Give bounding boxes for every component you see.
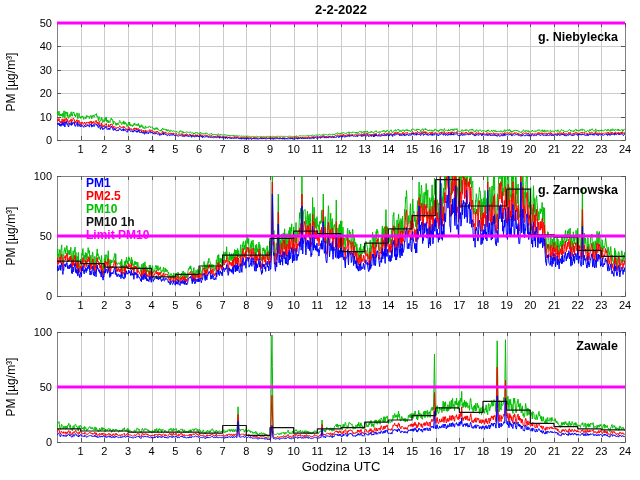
y-tick-label: 50 <box>0 230 52 243</box>
x-tick-label: 13 <box>359 445 371 457</box>
y-tick-label: 0 <box>0 436 52 449</box>
x-tick-label: 7 <box>220 143 226 155</box>
x-tick-label: 17 <box>453 445 465 457</box>
x-tick-label: 14 <box>382 445 394 457</box>
x-tick-label: 2 <box>101 445 107 457</box>
x-tick-label: 15 <box>406 299 418 311</box>
x-tick-label: 4 <box>149 445 155 457</box>
x-tick-label: 14 <box>382 143 394 155</box>
x-tick-label: 1 <box>78 143 84 155</box>
y-tick-label: 100 <box>0 326 52 339</box>
x-tick-label: 22 <box>572 445 584 457</box>
x-tick-label: 13 <box>359 299 371 311</box>
x-tick-label: 12 <box>335 445 347 457</box>
x-tick-label: 13 <box>359 143 371 155</box>
x-tick-label: 22 <box>572 143 584 155</box>
x-tick-label: 18 <box>477 299 489 311</box>
x-tick-label: 17 <box>453 143 465 155</box>
y-tick-label: 40 <box>0 40 52 53</box>
x-tick-label: 14 <box>382 299 394 311</box>
x-tick-label: 12 <box>335 299 347 311</box>
x-tick-label: 23 <box>595 299 607 311</box>
x-tick-label: 21 <box>548 143 560 155</box>
x-tick-label: 6 <box>196 143 202 155</box>
x-tick-label: 6 <box>196 299 202 311</box>
x-tick-label: 18 <box>477 445 489 457</box>
x-tick-label: 20 <box>524 299 536 311</box>
x-tick-label: 12 <box>335 143 347 155</box>
x-tick-label: 10 <box>288 445 300 457</box>
x-tick-label: 16 <box>430 299 442 311</box>
x-tick-label: 2 <box>101 143 107 155</box>
x-tick-label: 19 <box>501 299 513 311</box>
x-tick-label: 24 <box>619 299 631 311</box>
x-tick-label: 20 <box>524 143 536 155</box>
x-tick-label: 15 <box>406 445 418 457</box>
x-tick-label: 19 <box>501 445 513 457</box>
x-tick-label: 9 <box>267 299 273 311</box>
x-axis-label: Godzina UTC <box>57 459 625 474</box>
y-tick-label: 30 <box>0 64 52 77</box>
x-tick-label: 11 <box>312 299 323 311</box>
x-tick-label: 4 <box>149 299 155 311</box>
x-tick-label: 23 <box>595 445 607 457</box>
x-tick-label: 16 <box>430 445 442 457</box>
x-tick-label: 11 <box>312 445 323 457</box>
station-label-zawale: Zawale <box>57 339 618 353</box>
station-label-niebylecka: g. Niebylecka <box>57 30 618 44</box>
chart-title: 2-2-2022 <box>57 2 625 17</box>
legend: PM1 PM2.5 PM10 PM10 1h Limit PM10 <box>86 177 149 242</box>
x-tick-label: 21 <box>548 445 560 457</box>
x-tick-label: 6 <box>196 445 202 457</box>
x-tick-label: 11 <box>312 143 323 155</box>
x-tick-label: 1 <box>78 445 84 457</box>
x-tick-label: 7 <box>220 299 226 311</box>
legend-item-limit: Limit PM10 <box>86 229 149 242</box>
x-tick-label: 24 <box>619 143 631 155</box>
x-tick-label: 17 <box>453 299 465 311</box>
x-tick-label: 10 <box>288 299 300 311</box>
x-tick-label: 10 <box>288 143 300 155</box>
y-tick-label: 0 <box>0 134 52 147</box>
x-tick-label: 5 <box>172 299 178 311</box>
x-tick-label: 24 <box>619 445 631 457</box>
x-tick-label: 22 <box>572 299 584 311</box>
x-tick-label: 18 <box>477 143 489 155</box>
y-tick-label: 20 <box>0 87 52 100</box>
x-tick-label: 19 <box>501 143 513 155</box>
x-tick-label: 9 <box>267 445 273 457</box>
x-tick-label: 9 <box>267 143 273 155</box>
x-tick-label: 8 <box>243 143 249 155</box>
x-tick-label: 1 <box>78 299 84 311</box>
y-tick-label: 50 <box>0 17 52 30</box>
y-tick-label: 0 <box>0 290 52 303</box>
x-tick-label: 7 <box>220 445 226 457</box>
x-tick-label: 5 <box>172 445 178 457</box>
y-tick-label: 10 <box>0 111 52 124</box>
x-tick-label: 8 <box>243 445 249 457</box>
x-tick-label: 2 <box>101 299 107 311</box>
x-tick-label: 8 <box>243 299 249 311</box>
x-tick-label: 23 <box>595 143 607 155</box>
y-tick-label: 50 <box>0 381 52 394</box>
y-tick-label: 100 <box>0 170 52 183</box>
x-tick-label: 5 <box>172 143 178 155</box>
x-tick-label: 4 <box>149 143 155 155</box>
x-tick-label: 16 <box>430 143 442 155</box>
x-tick-label: 15 <box>406 143 418 155</box>
chart-figure: 2-2-2022 g. Niebylecka g. Zarnowska Zawa… <box>0 0 640 480</box>
x-tick-label: 3 <box>125 299 131 311</box>
x-tick-label: 3 <box>125 143 131 155</box>
x-tick-label: 3 <box>125 445 131 457</box>
x-tick-label: 21 <box>548 299 560 311</box>
x-tick-label: 20 <box>524 445 536 457</box>
